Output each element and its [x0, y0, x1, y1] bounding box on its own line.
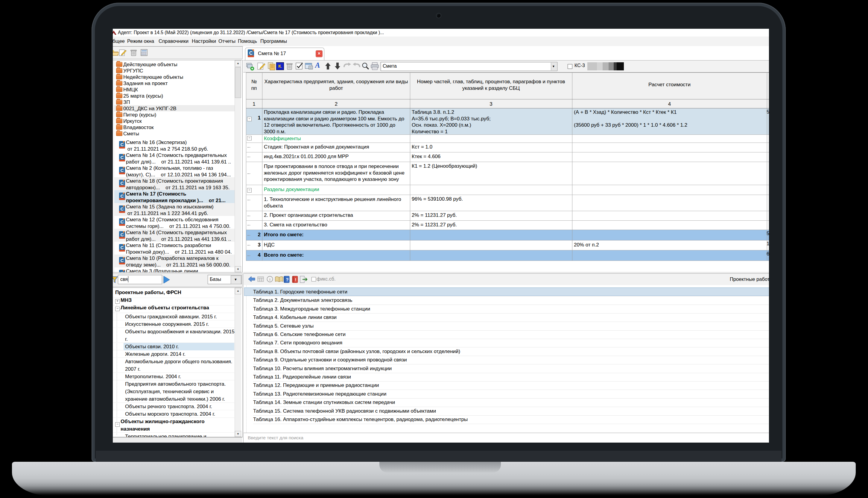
- svg-text:!: !: [295, 277, 297, 282]
- svg-text:i: i: [269, 277, 271, 281]
- svg-text:?: ?: [286, 277, 288, 282]
